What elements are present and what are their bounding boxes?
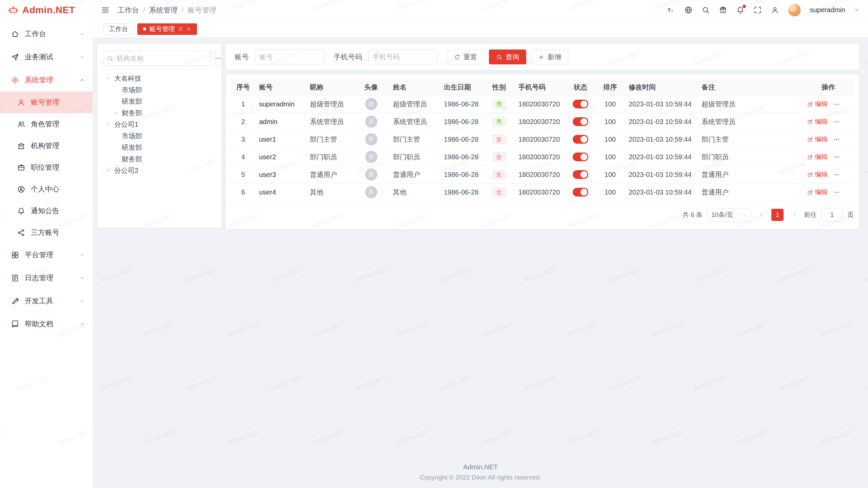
theme-icon[interactable]	[719, 6, 727, 14]
reset-button[interactable]: 重置	[447, 49, 484, 64]
row-more-button[interactable]	[833, 154, 840, 160]
next-page-button[interactable]	[788, 209, 800, 221]
breadcrumb: 工作台 / 系统管理 / 账号管理	[118, 5, 216, 15]
cell-gender: 女	[484, 148, 514, 166]
org-more-button[interactable]	[214, 51, 222, 66]
status-toggle[interactable]	[573, 170, 588, 179]
row-more-button[interactable]	[833, 101, 840, 107]
chevron-down-icon	[79, 298, 85, 304]
app-logo[interactable]: Admin.NET	[0, 0, 93, 20]
menu-fold-icon[interactable]	[101, 6, 110, 14]
status-toggle[interactable]	[573, 135, 588, 144]
cell-gender: 男	[484, 95, 514, 113]
fullscreen-icon[interactable]	[753, 6, 762, 14]
status-toggle[interactable]	[573, 152, 588, 161]
row-more-button[interactable]	[833, 171, 840, 178]
chevron-down-icon[interactable]	[854, 7, 859, 13]
sidebar-item-11[interactable]: 日志管理	[0, 266, 93, 289]
sidebar-item-10[interactable]: 平台管理	[0, 243, 93, 266]
tree-node-label: 研发部	[122, 97, 142, 106]
edit-button[interactable]: 编辑	[807, 152, 828, 161]
breadcrumb-item-system[interactable]: 系统管理	[149, 5, 178, 15]
row-more-button[interactable]	[833, 189, 840, 196]
goto-label: 前往	[804, 210, 817, 219]
sidebar-item-2[interactable]: 系统管理	[0, 68, 93, 92]
status-toggle[interactable]	[573, 117, 588, 126]
sidebar-item-4[interactable]: 角色管理	[0, 113, 93, 135]
cell-phone: 18020030720	[514, 166, 565, 183]
cell-sort: 100	[596, 166, 625, 183]
cell-birthdate: 1986-06-28	[440, 113, 484, 130]
status-toggle[interactable]	[573, 188, 588, 197]
tab-workbench[interactable]: 工作台	[103, 23, 134, 35]
user-icon[interactable]	[771, 6, 779, 14]
cell-nickname: 系统管理员	[306, 113, 353, 130]
refresh-icon[interactable]	[178, 26, 183, 32]
sidebar-item-8[interactable]: 通知公告	[0, 200, 93, 222]
locale-icon[interactable]	[684, 6, 693, 14]
notification-bell-icon[interactable]	[736, 6, 745, 14]
user-avatar[interactable]	[788, 4, 801, 17]
edit-button[interactable]: 编辑	[807, 135, 828, 144]
tab-account-management[interactable]: 账号管理	[137, 23, 197, 35]
sidebar-item-5[interactable]: 机构管理	[0, 135, 93, 157]
svg-text:t: t	[672, 8, 673, 13]
gender-tag: 女	[493, 135, 506, 144]
row-more-button[interactable]	[833, 136, 840, 143]
tree-node[interactable]: 市场部	[103, 130, 216, 142]
sidebar-item-12[interactable]: 开发工具	[0, 289, 93, 312]
sidebar-item-1[interactable]: 业务测试	[0, 45, 93, 68]
font-size-icon[interactable]: Tt	[667, 6, 675, 14]
tree-node[interactable]: 分公司1	[103, 119, 216, 130]
status-toggle[interactable]	[573, 100, 588, 108]
tree-node[interactable]: 市场部	[103, 84, 216, 96]
edit-label: 编辑	[815, 152, 828, 161]
phone-filter-input[interactable]	[373, 53, 433, 61]
sidebar-item-label: 日志管理	[25, 273, 74, 283]
role-icon	[17, 120, 25, 128]
sidebar-item-13[interactable]: 帮助文档	[0, 312, 93, 336]
tree-node[interactable]: 财务部	[103, 153, 216, 165]
breadcrumb-item-workbench[interactable]: 工作台	[118, 5, 139, 15]
page-number-button[interactable]: 1	[771, 209, 784, 221]
edit-icon	[807, 189, 813, 195]
account-filter-input[interactable]	[259, 53, 320, 61]
tree-node[interactable]: 财务部	[103, 107, 216, 119]
tree-node[interactable]: 大名科技	[103, 73, 216, 84]
sidebar-item-9[interactable]: 三方账号	[0, 222, 93, 243]
sidebar-item-7[interactable]: 个人中心	[0, 178, 93, 200]
page-size-select[interactable]: 10条/页	[707, 208, 751, 222]
add-button[interactable]: 新增	[531, 49, 568, 64]
cell-operations: 编辑	[803, 166, 854, 183]
search-icon	[496, 54, 502, 60]
goto-page-input[interactable]	[821, 208, 843, 222]
tree-node[interactable]: 研发部	[103, 96, 216, 107]
org-search-input[interactable]	[117, 55, 206, 62]
org-tree: 大名科技市场部研发部财务部分公司1市场部研发部财务部分公司2	[103, 73, 216, 176]
gender-tag: 女	[493, 170, 506, 179]
edit-button[interactable]: 编辑	[807, 100, 828, 108]
edit-label: 编辑	[815, 135, 828, 144]
topbar: 工作台 / 系统管理 / 账号管理 Tt superadmin	[93, 0, 868, 20]
org-search-field	[103, 51, 211, 66]
sidebar-item-6[interactable]: 职位管理	[0, 157, 93, 178]
sidebar-item-label: 职位管理	[31, 163, 85, 172]
edit-button[interactable]: 编辑	[807, 117, 828, 126]
edit-button[interactable]: 编辑	[807, 170, 828, 179]
username[interactable]: superadmin	[810, 6, 845, 14]
search-icon[interactable]	[702, 6, 710, 14]
caret-right-icon	[112, 110, 120, 115]
column-header-4: 姓名	[389, 80, 440, 95]
edit-button[interactable]: 编辑	[807, 188, 828, 197]
query-button[interactable]: 查询	[489, 49, 526, 64]
close-icon[interactable]	[186, 26, 191, 32]
tree-node[interactable]: 分公司2	[103, 165, 216, 176]
cell-account: user1	[255, 130, 306, 148]
tree-node[interactable]: 研发部	[103, 142, 216, 153]
row-more-button[interactable]	[833, 119, 840, 125]
cell-account: user4	[255, 183, 306, 201]
sidebar-item-3[interactable]: 账号管理	[0, 92, 93, 113]
tools-icon	[11, 297, 19, 305]
prev-page-button[interactable]	[755, 209, 767, 221]
sidebar-item-0[interactable]: 工作台	[0, 22, 93, 45]
